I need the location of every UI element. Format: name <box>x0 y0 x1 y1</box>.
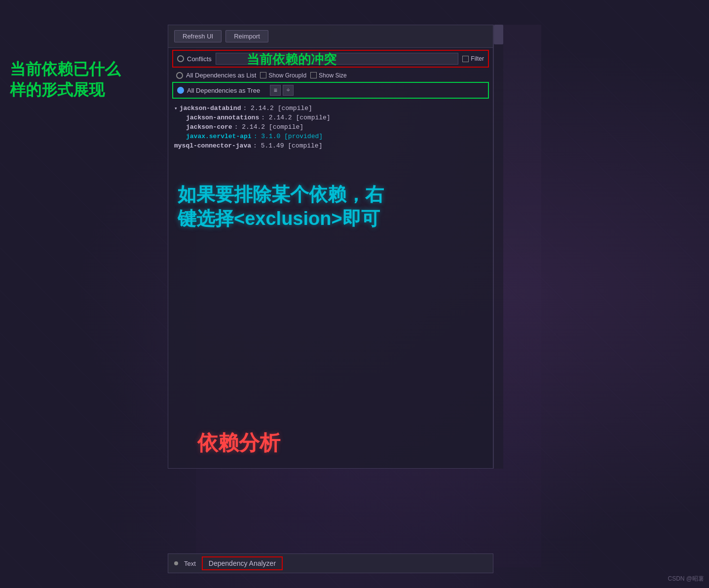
bottom-dep-analysis-annotation: 依赖分析 <box>197 429 280 457</box>
show-groupid-label[interactable]: Show GroupId <box>260 72 306 79</box>
tree-item-4[interactable]: mysql-connector-java : 5.1.49 [compile] <box>174 141 487 150</box>
toolbar: Refresh UI Reimport <box>168 25 493 48</box>
dep-version-2: : 2.14.2 [compile] <box>234 123 303 131</box>
dependency-analyzer-label: Dependency Analyzer <box>209 559 276 567</box>
status-text-label: Text <box>184 560 196 567</box>
center-annotation-line2: 键选择<exclusion>即可 <box>178 207 384 231</box>
all-deps-list-radio-label[interactable]: All Dependencies as List <box>176 72 256 79</box>
status-dot <box>174 561 178 565</box>
dep-version-3: : 3.1.0 [provided] <box>254 133 323 140</box>
left-annotation-area: 当前依赖已什么 样的形式展现 <box>10 59 168 115</box>
show-size-label[interactable]: Show Size <box>310 72 347 79</box>
show-size-text: Show Size <box>319 72 347 79</box>
dep-name-1: jackson-annotations <box>186 114 259 121</box>
refresh-ui-button[interactable]: Refresh UI <box>174 30 222 42</box>
center-exclusion-annotation: 如果要排除某个依赖，右 键选择<exclusion>即可 <box>178 183 384 231</box>
sort-button-1[interactable]: ≡ <box>270 85 281 96</box>
filter-checkbox[interactable] <box>462 56 469 62</box>
dep-name-0: jackson-databind <box>180 105 241 112</box>
status-bar: Text Dependency Analyzer <box>168 553 493 573</box>
conflicts-label: Conflicts <box>187 55 212 63</box>
all-deps-tree-radio[interactable] <box>177 87 184 94</box>
show-size-checkbox[interactable] <box>310 72 317 78</box>
dep-name-4: mysql-connector-java <box>174 142 251 149</box>
dep-version-0: : 2.14.2 [compile] <box>243 105 312 112</box>
all-deps-tree-row: All Dependencies as Tree ≡ ÷ <box>172 82 489 99</box>
dep-version-4: : 5.1.49 [compile] <box>253 142 322 149</box>
sort-buttons: ≡ ÷ <box>270 85 294 96</box>
all-deps-list-radio[interactable] <box>176 72 183 79</box>
dep-version-1: : 2.14.2 [compile] <box>261 114 330 121</box>
all-deps-list-label: All Dependencies as List <box>186 72 256 79</box>
tree-item-1[interactable]: jackson-annotations : 2.14.2 [compile] <box>174 113 487 122</box>
tree-item-2[interactable]: jackson-core : 2.14.2 [compile] <box>174 122 487 132</box>
conflict-annotation-text: 当前依赖的冲突 <box>247 51 336 68</box>
right-scrollbar-panel <box>493 25 503 469</box>
filter-checkbox-label[interactable]: Filter <box>462 55 484 62</box>
ide-panel: Refresh UI Reimport Conflicts Filter All… <box>168 25 493 469</box>
show-groupid-text: Show GroupId <box>268 72 306 79</box>
all-deps-list-row: All Dependencies as List Show GroupId Sh… <box>172 70 489 81</box>
dependency-analyzer-tab[interactable]: Dependency Analyzer <box>202 556 283 570</box>
tree-item-3[interactable]: javax.servlet-api : 3.1.0 [provided] <box>174 132 487 141</box>
sort-button-2[interactable]: ÷ <box>283 85 294 96</box>
center-annotation-line1: 如果要排除某个依赖，右 <box>178 183 384 207</box>
csdn-watermark: CSDN @昭薯 <box>668 575 704 583</box>
conflicts-radio-label[interactable]: Conflicts <box>177 55 212 63</box>
annotation-display-format: 当前依赖已什么 样的形式展现 <box>10 59 168 100</box>
conflicts-radio[interactable] <box>177 55 184 62</box>
reimport-button[interactable]: Reimport <box>225 30 268 42</box>
all-deps-tree-label: All Dependencies as Tree <box>187 87 260 94</box>
dep-name-3: javax.servlet-api <box>186 133 252 140</box>
dependency-tree: ▾ jackson-databind : 2.14.2 [compile] ja… <box>168 100 493 154</box>
dep-name-2: jackson-core <box>186 123 232 131</box>
all-deps-tree-radio-label[interactable]: All Dependencies as Tree <box>177 87 260 94</box>
show-groupid-checkbox[interactable] <box>260 72 266 78</box>
tree-item-0[interactable]: ▾ jackson-databind : 2.14.2 [compile] <box>174 104 487 113</box>
scrollbar-thumb[interactable] <box>494 25 503 44</box>
filter-label: Filter <box>471 55 484 62</box>
chevron-icon-0: ▾ <box>174 105 178 111</box>
